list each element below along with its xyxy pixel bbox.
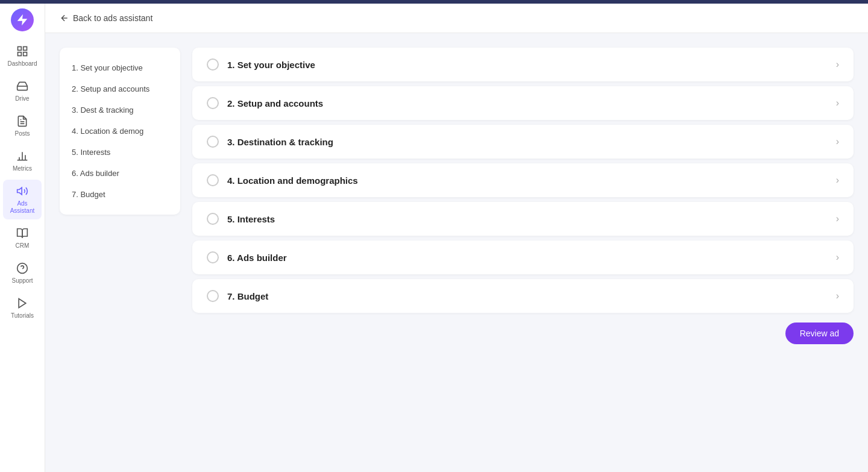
review-btn-row: Review ad xyxy=(192,323,854,344)
step-row-2[interactable]: 2. Setup and accounts › xyxy=(192,86,854,120)
sidebar-label-metrics: Metrics xyxy=(13,165,32,172)
back-link-label: Back to ads assistant xyxy=(73,13,153,23)
step-row-6[interactable]: 6. Ads builder › xyxy=(192,241,854,274)
content-area: 1. Set your objective 2. Setup and accou… xyxy=(45,33,868,472)
sidebar-item-dashboard[interactable]: Dashboard xyxy=(3,40,42,72)
step-label-1: 1. Set your objective xyxy=(227,60,315,70)
sidebar-label-ads: Ads Assistant xyxy=(7,200,38,215)
sidebar-item-tutorials[interactable]: Tutorials xyxy=(3,292,42,324)
step-circle-1 xyxy=(207,58,219,71)
steps-panel: 1. Set your objective › 2. Setup and acc… xyxy=(192,48,854,458)
chevron-right-icon-6: › xyxy=(836,252,839,263)
chevron-right-icon-1: › xyxy=(836,59,839,70)
step-label-2: 2. Setup and accounts xyxy=(227,98,323,109)
step-label-6: 6. Ads builder xyxy=(227,253,287,263)
step-label-7: 7. Budget xyxy=(227,291,268,301)
back-link[interactable]: Back to ads assistant xyxy=(60,13,153,23)
left-panel-item-4[interactable]: 4. Location & demog xyxy=(60,121,180,142)
svg-rect-1 xyxy=(24,47,27,51)
left-panel-item-3[interactable]: 3. Dest & tracking xyxy=(60,99,180,121)
sidebar-label-crm: CRM xyxy=(16,242,30,250)
step-circle-6 xyxy=(207,251,219,263)
step-circle-4 xyxy=(207,174,219,186)
left-panel-item-1[interactable]: 1. Set your objective xyxy=(60,57,180,78)
sidebar-label-dashboard: Dashboard xyxy=(8,60,37,68)
sidebar-label-posts: Posts xyxy=(14,130,30,137)
sidebar-label-support: Support xyxy=(11,277,33,285)
step-circle-7 xyxy=(207,290,219,302)
drive-icon xyxy=(16,80,29,93)
step-row-5[interactable]: 5. Interests › xyxy=(192,202,854,236)
support-icon xyxy=(16,262,29,275)
left-panel-item-6[interactable]: 6. Ads builder xyxy=(60,163,180,184)
step-label-3: 3. Destination & tracking xyxy=(227,137,333,147)
app-logo[interactable] xyxy=(11,8,34,31)
svg-marker-14 xyxy=(19,299,26,308)
step-row-3[interactable]: 3. Destination & tracking › xyxy=(192,125,854,159)
svg-marker-11 xyxy=(17,187,22,195)
crm-icon xyxy=(16,227,29,240)
chevron-right-icon-7: › xyxy=(836,291,839,301)
sidebar-item-metrics[interactable]: Metrics xyxy=(3,145,42,177)
ads-icon xyxy=(16,184,29,198)
sidebar: Dashboard Drive Posts xyxy=(0,4,45,472)
left-panel-item-7[interactable]: 7. Budget xyxy=(60,184,180,205)
left-panel: 1. Set your objective 2. Setup and accou… xyxy=(60,48,180,215)
svg-rect-3 xyxy=(18,52,22,56)
top-bar xyxy=(0,0,868,4)
chevron-right-icon-3: › xyxy=(836,136,839,147)
metrics-icon xyxy=(16,149,29,163)
arrow-left-icon xyxy=(60,13,69,23)
svg-rect-0 xyxy=(18,47,22,51)
step-circle-2 xyxy=(207,97,219,109)
chevron-right-icon-2: › xyxy=(836,98,839,109)
sidebar-item-drive[interactable]: Drive xyxy=(3,75,42,107)
step-label-4: 4. Location and demographics xyxy=(227,175,358,186)
sidebar-label-tutorials: Tutorials xyxy=(11,312,34,319)
chevron-right-icon-4: › xyxy=(836,175,839,186)
tutorials-icon xyxy=(16,297,29,310)
chevron-right-icon-5: › xyxy=(836,213,839,224)
step-row-7[interactable]: 7. Budget › xyxy=(192,279,854,313)
step-circle-5 xyxy=(207,213,219,225)
review-ad-button[interactable]: Review ad xyxy=(785,323,854,344)
step-label-5: 5. Interests xyxy=(227,214,275,224)
sidebar-item-support[interactable]: Support xyxy=(3,257,42,289)
page-header: Back to ads assistant xyxy=(45,4,868,33)
dashboard-icon xyxy=(16,45,29,58)
step-row-4[interactable]: 4. Location and demographics › xyxy=(192,163,854,197)
step-circle-3 xyxy=(207,136,219,148)
posts-icon xyxy=(16,115,29,128)
sidebar-item-posts[interactable]: Posts xyxy=(3,110,42,142)
left-panel-item-2[interactable]: 2. Setup and accounts xyxy=(60,78,180,99)
step-row-1[interactable]: 1. Set your objective › xyxy=(192,48,854,81)
left-panel-item-5[interactable]: 5. Interests xyxy=(60,142,180,163)
svg-rect-2 xyxy=(24,52,27,56)
sidebar-item-crm[interactable]: CRM xyxy=(3,222,42,254)
main-content: Back to ads assistant 1. Set your object… xyxy=(45,4,868,472)
sidebar-label-drive: Drive xyxy=(15,95,29,102)
sidebar-item-ads-assistant[interactable]: Ads Assistant xyxy=(3,180,42,219)
